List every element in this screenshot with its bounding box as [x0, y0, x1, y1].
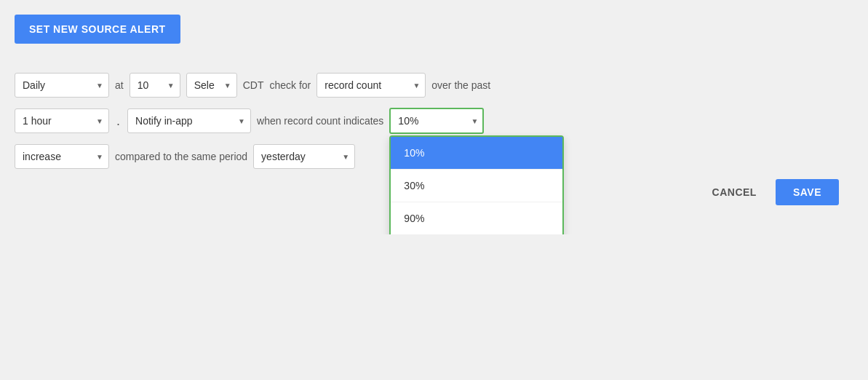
time-select[interactable]: 10: [130, 73, 180, 98]
dropdown-item-90pct[interactable]: 90%: [391, 202, 562, 234]
compared-label: compared to the same period: [115, 151, 247, 162]
form-row-1: Daily Weekly Monthly ▼ at 10 ▼ Sele ▼ CD…: [15, 73, 853, 98]
at-label: at: [115, 79, 124, 91]
over-the-past-label: over the past: [431, 79, 490, 91]
save-button[interactable]: SAVE: [776, 179, 839, 205]
when-label: when record count indicates: [257, 115, 383, 127]
dot-separator: .: [116, 114, 120, 129]
percent-select[interactable]: 10% 30% 90% 2-sigma 1-sigma: [389, 108, 484, 134]
percent-dropdown-container: 10% 30% 90% 2-sigma 1-sigma ▼ 10% 30% 90…: [389, 108, 484, 134]
sele-select-wrapper: Sele ▼: [186, 73, 237, 98]
yesterday-select-wrapper: yesterday last week last month ▼: [253, 144, 355, 169]
yesterday-select[interactable]: yesterday last week last month: [253, 144, 355, 169]
sele-select[interactable]: Sele: [186, 73, 237, 98]
percent-select-wrapper: 10% 30% 90% 2-sigma 1-sigma ▼: [389, 108, 484, 134]
direction-select[interactable]: increase decrease: [15, 144, 109, 169]
cdt-label: CDT: [243, 79, 264, 91]
set-new-source-alert-button[interactable]: SET NEW SOURCE ALERT: [15, 15, 180, 44]
form-container: Daily Weekly Monthly ▼ at 10 ▼ Sele ▼ CD…: [15, 58, 853, 220]
metric-select[interactable]: record count: [316, 73, 426, 98]
percent-dropdown-menu: 10% 30% 90% 2-sigma 1-sigma: [389, 135, 564, 234]
cancel-button[interactable]: CANCEL: [701, 179, 768, 205]
form-row-2: 1 hour 2 hours 4 hours ▼ . Notify in-app…: [15, 108, 853, 134]
check-for-label: check for: [269, 79, 311, 91]
direction-select-wrapper: increase decrease ▼: [15, 144, 109, 169]
notify-select-wrapper: Notify in-app Notify via email ▼: [127, 108, 251, 133]
dropdown-item-10pct[interactable]: 10%: [391, 137, 562, 170]
frequency-select-wrapper: Daily Weekly Monthly ▼: [15, 73, 109, 98]
time-select-wrapper: 10 ▼: [130, 73, 180, 98]
period-select-wrapper: 1 hour 2 hours 4 hours ▼: [15, 108, 109, 133]
dropdown-item-30pct[interactable]: 30%: [391, 170, 562, 202]
frequency-select[interactable]: Daily Weekly Monthly: [15, 73, 109, 98]
period-select[interactable]: 1 hour 2 hours 4 hours: [15, 108, 109, 133]
notify-select[interactable]: Notify in-app Notify via email: [127, 108, 251, 133]
metric-select-wrapper: record count ▼: [316, 73, 426, 98]
